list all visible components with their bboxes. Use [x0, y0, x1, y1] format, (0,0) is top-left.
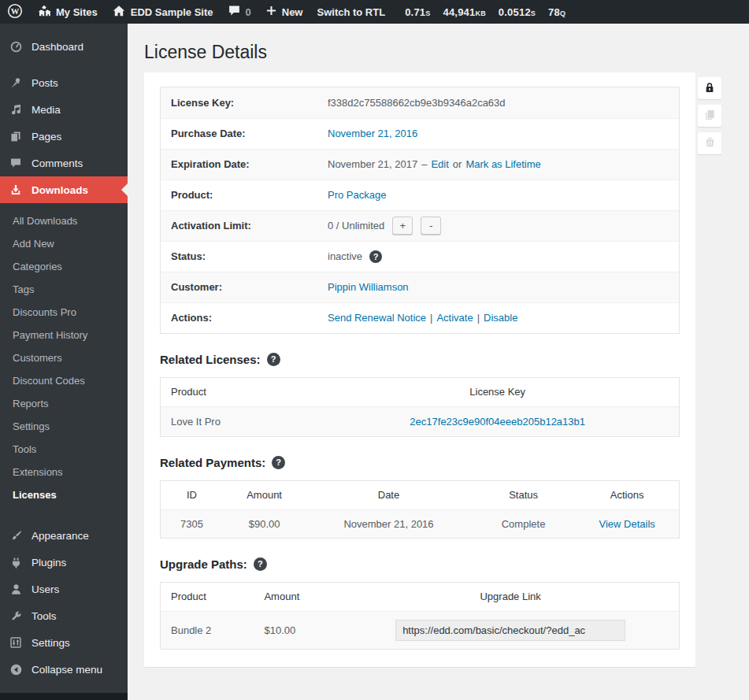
- upgrade-paths-help-icon[interactable]: ?: [254, 557, 267, 571]
- activation-limit-label: Activation Limit:: [161, 220, 328, 231]
- sidebar-item-users[interactable]: Users: [0, 576, 128, 602]
- edit-expiration-link[interactable]: Edit: [431, 158, 448, 170]
- submenu-payment-history[interactable]: Payment History: [0, 324, 128, 346]
- activate-link[interactable]: Activate: [436, 312, 473, 324]
- product-link[interactable]: Pro Package: [328, 189, 386, 201]
- submenu-licenses[interactable]: Licenses: [0, 483, 128, 506]
- plus-icon: [265, 5, 277, 19]
- customer-label: Customer:: [161, 281, 328, 293]
- lock-button[interactable]: [698, 77, 721, 99]
- new-content-menu[interactable]: New: [258, 0, 310, 24]
- sidebar-item-label: Appearance: [32, 530, 89, 542]
- new-label: New: [282, 6, 303, 18]
- submenu-settings[interactable]: Settings: [0, 415, 128, 438]
- customer-row: Customer: Pippin Williamson: [161, 272, 679, 302]
- dashboard-icon: [8, 39, 24, 54]
- home-icon: [112, 4, 126, 20]
- sidebar-item-posts[interactable]: Posts: [0, 69, 128, 96]
- submenu-tags[interactable]: Tags: [0, 278, 128, 301]
- column-header-amount: Amount: [254, 591, 342, 602]
- expiration-date-row: Expiration Date: November 21, 2017 – Edi…: [161, 149, 679, 180]
- lock-icon: [703, 81, 716, 96]
- upgrade-link-input[interactable]: [395, 620, 625, 641]
- sidebar-item-settings[interactable]: Settings: [0, 629, 128, 656]
- activation-limit-value: 0 / Unlimited: [328, 220, 384, 231]
- collapse-icon: [8, 661, 24, 677]
- sidebar-item-comments[interactable]: Comments: [0, 150, 128, 176]
- submenu-tools[interactable]: Tools: [0, 438, 128, 461]
- submenu-customers[interactable]: Customers: [0, 346, 128, 369]
- sidebar-item-plugins[interactable]: Plugins: [0, 549, 128, 576]
- activation-limit-row: Activation Limit: 0 / Unlimited + -: [161, 210, 679, 241]
- comments-icon: [8, 155, 24, 171]
- license-key-value: f338d2c75588662cb9e3b9346a2ca63d: [328, 97, 506, 109]
- related-licenses-header-row: Product License Key: [161, 378, 679, 406]
- upgrade-product: Bundle 2: [161, 624, 254, 636]
- view-details-link[interactable]: View Details: [599, 518, 655, 530]
- submenu-all-downloads[interactable]: All Downloads: [0, 209, 128, 232]
- submenu-discount-codes[interactable]: Discount Codes: [0, 369, 128, 392]
- sidebar-item-media[interactable]: Media: [0, 96, 128, 123]
- debug-stats: 0.71s 44,941kb 0.0512s 78q: [399, 6, 572, 18]
- related-payments-help-icon[interactable]: ?: [272, 456, 285, 469]
- my-sites-label: My Sites: [56, 6, 98, 18]
- stat-query-count: 78q: [542, 6, 572, 18]
- network-icon: [37, 4, 51, 20]
- column-header-actions: Actions: [575, 489, 679, 501]
- customer-link[interactable]: Pippin Williamson: [328, 281, 409, 293]
- sidebar-item-appearance[interactable]: Appearance: [0, 522, 128, 549]
- my-sites-menu[interactable]: My Sites: [30, 0, 105, 24]
- sidebar-item-dashboard[interactable]: Dashboard: [0, 33, 128, 60]
- status-help-icon[interactable]: ?: [369, 250, 382, 263]
- stat-query-time: 0.0512s: [492, 6, 542, 18]
- upgrade-path-row: Bundle 2 $10.00: [161, 611, 679, 649]
- copy-button[interactable]: [698, 105, 721, 127]
- wordpress-logo-icon: W: [7, 3, 23, 21]
- payment-status: Complete: [472, 518, 576, 530]
- sidebar-item-label: Users: [32, 583, 59, 595]
- sidebar-item-tools[interactable]: Tools: [0, 602, 128, 629]
- comments-menu[interactable]: 0: [221, 0, 258, 24]
- product-label: Product:: [161, 189, 328, 201]
- submenu-extensions[interactable]: Extensions: [0, 461, 128, 483]
- submenu-discounts-pro[interactable]: Discounts Pro: [0, 301, 128, 324]
- stat-memory: 44,941kb: [436, 6, 491, 18]
- trash-icon: [704, 136, 716, 150]
- purchase-date-row: Purchase Date: November 21, 2016: [161, 118, 679, 149]
- trash-button[interactable]: [698, 132, 721, 154]
- mark-as-lifetime-link[interactable]: Mark as Lifetime: [465, 158, 540, 170]
- appearance-icon: [8, 528, 24, 543]
- sidebar-item-downloads[interactable]: Downloads: [0, 176, 128, 203]
- submenu-categories[interactable]: Categories: [0, 255, 128, 278]
- decrease-limit-button[interactable]: -: [421, 217, 441, 235]
- site-name-menu[interactable]: EDD Sample Site: [105, 0, 221, 24]
- downloads-icon: [8, 182, 24, 198]
- purchase-date-link[interactable]: November 21, 2016: [328, 128, 417, 139]
- sidebar-item-label: Collapse menu: [32, 664, 102, 676]
- sidebar-item-label: Plugins: [32, 557, 66, 569]
- wordpress-logo-menu[interactable]: W: [0, 0, 30, 24]
- send-renewal-notice-link[interactable]: Send Renewal Notice: [328, 312, 426, 324]
- sidebar-item-label: Media: [32, 104, 61, 116]
- collapse-menu-button[interactable]: Collapse menu: [0, 656, 128, 683]
- increase-limit-button[interactable]: +: [392, 217, 413, 235]
- column-header-upgrade-link: Upgrade Link: [342, 591, 679, 602]
- license-side-actions: [698, 77, 721, 154]
- product-row: Product: Pro Package: [161, 180, 679, 210]
- status-value: inactive: [328, 250, 362, 262]
- upgrade-paths-heading: Upgrade Paths: ?: [160, 557, 680, 571]
- related-licenses-help-icon[interactable]: ?: [267, 353, 280, 366]
- settings-icon: [8, 635, 24, 650]
- related-license-key-link[interactable]: 2ec17fe23c9e90f04eeeb205b12a13b1: [410, 416, 585, 428]
- switch-to-rtl-button[interactable]: Switch to RTL: [310, 0, 392, 24]
- sidebar-footer-strip: [0, 693, 128, 700]
- sidebar-bottom-group: Appearance Plugins Users Tools Settings: [0, 522, 128, 683]
- sidebar-item-label: Pages: [32, 131, 61, 143]
- sidebar-item-pages[interactable]: Pages: [0, 123, 128, 150]
- admin-bar: W My Sites EDD Sample Site 0 New Switch …: [0, 0, 749, 24]
- submenu-add-new[interactable]: Add New: [0, 232, 128, 255]
- submenu-reports[interactable]: Reports: [0, 392, 128, 415]
- related-licenses-heading: Related Licenses: ?: [160, 353, 680, 366]
- disable-link[interactable]: Disable: [484, 312, 517, 324]
- sidebar-item-label: Tools: [32, 610, 57, 622]
